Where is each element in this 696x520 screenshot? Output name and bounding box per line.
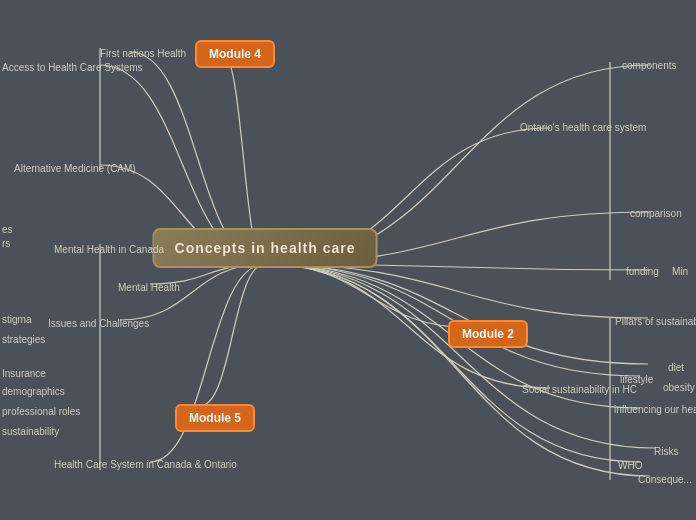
first-nations-label: First nations Health (100, 48, 186, 59)
es-label: es (2, 224, 13, 235)
mental-health-label: Mental Health (118, 282, 180, 293)
module5-node[interactable]: Module 5 (175, 404, 255, 432)
pillars-label: Pillars of sustainability (615, 316, 696, 327)
health-care-system-label: Health Care System in Canada & Ontario (54, 459, 237, 470)
stigma-label: stigma (2, 314, 31, 325)
sustainability-label: sustainability (2, 426, 59, 437)
issues-challenges-label: Issues and Challenges (48, 318, 149, 329)
lifestyle-label: lifestyle (620, 374, 653, 385)
insurance-label: Insurance (2, 368, 46, 379)
funding-label: funding (626, 266, 659, 277)
influencing-label: influencing our health (614, 404, 696, 415)
obesity-label: obesity (663, 382, 695, 393)
strategies-label: strategies (2, 334, 45, 345)
module4-node[interactable]: Module 4 (195, 40, 275, 68)
diet-label: diet (668, 362, 684, 373)
risks-label: Risks (654, 446, 678, 457)
central-node: Concepts in health care (153, 228, 378, 268)
min-label: Min (672, 266, 688, 277)
module2-node[interactable]: Module 2 (448, 320, 528, 348)
professional-roles-label: professional roles (2, 406, 80, 417)
demographics-label: demographics (2, 386, 65, 397)
social-sustainability-label: Social sustainability in HC (522, 384, 637, 395)
rs-label: rs (2, 238, 10, 249)
comparison-label: comparison (630, 208, 682, 219)
ontario-health-label: Ontario's health care system (520, 122, 646, 133)
alt-medicine-label: Alternative Medicine (CAM) (14, 163, 136, 174)
components-label: components (622, 60, 676, 71)
mental-health-canada-label: Mental Health in Canada (54, 244, 164, 255)
access-label: Access to Health Care Systems (2, 62, 143, 73)
who-label: WHO (618, 460, 642, 471)
consequences-label: Conseque... (638, 474, 692, 485)
